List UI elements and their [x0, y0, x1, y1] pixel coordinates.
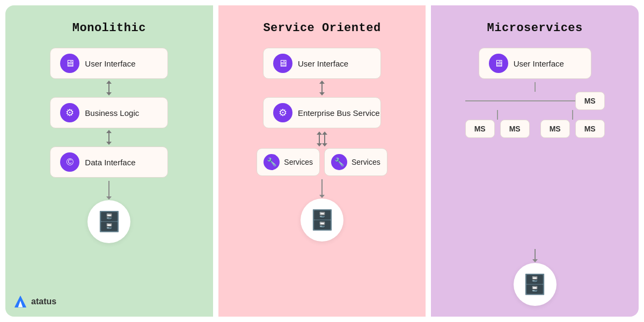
micro-ms-3: MS — [540, 120, 570, 138]
mono-title: Monolithic — [72, 21, 146, 35]
soa-bus-icon: ⚙ — [273, 103, 292, 122]
micro-db-section: 🗄️ — [514, 248, 557, 306]
micro-db-icon: 🗄️ — [523, 273, 547, 296]
atatus-icon — [13, 294, 28, 309]
soa-db-icon: 🗄️ — [310, 209, 334, 231]
micro-title: Microservices — [487, 21, 583, 35]
micro-ms-mid-box: MS — [575, 92, 605, 110]
soa-bus-box: ⚙ Enterprise Bus Service — [263, 97, 381, 128]
micro-ui-box: 🖥 User Interface — [479, 48, 591, 79]
mono-arrow-1 — [106, 80, 112, 96]
soa-ui-box: 🖥 User Interface — [263, 48, 381, 79]
micro-db: 🗄️ — [514, 263, 557, 306]
micro-bottom-connectors: MS MS MS MS — [465, 110, 605, 138]
soa-db: 🗄️ — [301, 199, 343, 241]
micro-panel: Microservices 🖥 User Interface MS MS MS — [431, 5, 639, 317]
atatus-logo: atatus — [13, 294, 56, 309]
soa-db-arrow — [321, 179, 323, 195]
mono-db-arrow — [108, 181, 109, 197]
soa-panel: Service Oriented 🖥 User Interface ⚙ Ente… — [218, 5, 426, 317]
micro-ms-1: MS — [465, 120, 495, 138]
micro-branch-row: MS — [465, 92, 605, 110]
atatus-text: atatus — [31, 297, 56, 306]
mono-ui-label: User Interface — [85, 59, 135, 68]
micro-ui-icon: 🖥 — [489, 54, 508, 73]
soa-svc2-label: Services — [352, 158, 380, 166]
micro-ms-top: MS — [575, 92, 605, 110]
data-icon: © — [60, 152, 79, 172]
soa-bus-label: Enterprise Bus Service — [298, 108, 380, 118]
micro-ms-left-pair: MS MS — [465, 120, 530, 138]
mono-db: 🗄️ — [87, 200, 130, 243]
mono-logic-label: Business Logic — [85, 108, 139, 118]
soa-ui-label: User Interface — [298, 59, 348, 68]
mono-logic-box: ⚙ Business Logic — [50, 97, 168, 128]
logic-icon: ⚙ — [60, 103, 79, 122]
mono-data-label: Data Interface — [85, 158, 135, 167]
micro-ms-2: MS — [500, 120, 530, 138]
soa-service-1: 🔧 Services — [257, 148, 320, 176]
soa-arrow-1 — [319, 80, 325, 96]
mono-data-box: © Data Interface — [50, 147, 168, 178]
micro-ms-right-pair: MS MS — [540, 120, 605, 138]
soa-services-row: 🔧 Services 🔧 Services — [257, 148, 387, 176]
soa-ui-icon: 🖥 — [273, 54, 292, 73]
micro-ui-label: User Interface — [514, 59, 564, 68]
soa-svc1-icon: 🔧 — [264, 154, 280, 170]
soa-svc1-label: Services — [284, 158, 313, 166]
micro-right-col: MS MS — [540, 110, 605, 138]
monolithic-panel: Monolithic 🖥 User Interface ⚙ Business L… — [5, 5, 213, 317]
micro-tree: MS MS MS MS MS — [442, 82, 628, 138]
mono-arrow-2 — [106, 130, 112, 145]
soa-title: Service Oriented — [263, 21, 380, 35]
micro-v1 — [535, 82, 536, 92]
mono-ui-box: 🖥 User Interface — [50, 48, 168, 79]
soa-right-branch — [322, 130, 327, 148]
micro-db-arrow — [535, 249, 536, 260]
micro-left-col: MS MS — [465, 110, 530, 138]
soa-services-connector — [317, 130, 327, 148]
ui-icon: 🖥 — [60, 54, 79, 73]
soa-svc2-icon: 🔧 — [331, 154, 347, 170]
soa-service-2: 🔧 Services — [324, 148, 387, 176]
soa-left-branch — [317, 130, 322, 148]
micro-ms-4: MS — [575, 120, 605, 138]
mono-db-icon: 🗄️ — [97, 210, 121, 233]
